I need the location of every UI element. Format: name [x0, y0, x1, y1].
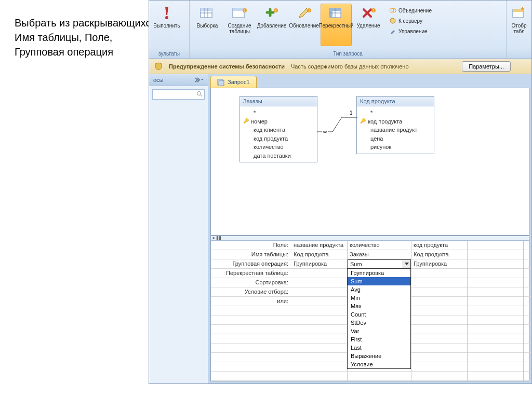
wrench-icon — [389, 28, 396, 35]
svg-text:!: ! — [309, 9, 310, 12]
svg-text:!: ! — [275, 9, 276, 12]
grid-column-5[interactable] — [524, 241, 532, 381]
aggregate-dropdown[interactable]: ГруппировкаSumAvgMinMaxCountStDevVarFirs… — [347, 268, 411, 369]
security-warning-bar: Предупреждение системы безопасности Част… — [149, 59, 531, 74]
svg-rect-25 — [513, 9, 523, 12]
grid-column-2[interactable]: количество Заказы Sum ГруппировкаSumAvgM… — [348, 241, 411, 381]
crosstab-icon — [328, 5, 344, 22]
nav-header[interactable]: осы — [149, 74, 208, 86]
join-cardinality-one: 1 — [349, 110, 354, 116]
dropdown-option[interactable]: Last — [348, 344, 410, 352]
svg-text:!: ! — [244, 9, 245, 12]
svg-rect-29 — [219, 80, 224, 86]
key-icon: 🔑 — [243, 118, 249, 125]
svg-text:!: ! — [373, 9, 374, 12]
table-header[interactable]: Заказы — [240, 97, 317, 106]
nav-collapse-icon[interactable] — [194, 77, 204, 83]
tab-bar: Запрос1 — [208, 74, 531, 88]
svg-point-23 — [390, 18, 395, 23]
append-query-button[interactable]: ! Добавление — [256, 4, 287, 46]
svg-rect-2 — [201, 8, 212, 11]
table-excl-icon: ! — [231, 5, 248, 22]
svg-point-0 — [165, 16, 168, 19]
select-query-button[interactable]: Выборка — [192, 4, 223, 46]
dropdown-option[interactable]: Count — [348, 310, 410, 319]
dropdown-option[interactable]: Условие — [348, 360, 410, 368]
ribbon-small-group: Объединение К серверу Управление — [385, 4, 436, 38]
passthrough-button[interactable]: К серверу — [388, 16, 433, 25]
datadef-button[interactable]: Управление — [388, 26, 433, 36]
grid-column-4[interactable] — [468, 241, 524, 381]
grid-row-labels: Поле: Имя таблицы: Групповая операция: П… — [211, 241, 291, 381]
ribbon-group-results: Выполнить зультаты — [149, 1, 190, 58]
dropdown-option[interactable]: Группировка — [348, 269, 410, 277]
table-zakazy[interactable]: Заказы * 🔑номер код клиента код продукта… — [240, 96, 317, 162]
dropdown-option[interactable]: First — [348, 335, 410, 344]
qbe-grid[interactable]: Поле: Имя таблицы: Групповая операция: П… — [211, 241, 529, 381]
svg-line-27 — [201, 95, 202, 97]
dropdown-option[interactable]: Var — [348, 327, 410, 335]
search-icon[interactable] — [196, 91, 203, 97]
delete-query-button[interactable]: ! Удаление — [353, 4, 384, 46]
query-icon — [217, 78, 224, 86]
pencil-excl-icon: ! — [296, 5, 312, 22]
svg-point-26 — [197, 92, 201, 95]
union-button[interactable]: Объединение — [388, 6, 433, 15]
dropdown-option[interactable]: Avg — [348, 285, 410, 294]
dropdown-option[interactable]: StDev — [348, 319, 410, 327]
showtable-icon — [511, 5, 527, 22]
execute-button[interactable]: Выполнить — [151, 4, 182, 46]
dropdown-arrow-icon[interactable] — [403, 260, 410, 268]
splitter-bar[interactable]: ◂ ▮▮ — [211, 236, 529, 241]
query-designer: Заказы * 🔑номер код клиента код продукта… — [210, 88, 529, 381]
dropdown-option[interactable]: Sum — [348, 277, 410, 285]
delete-excl-icon: ! — [360, 5, 377, 22]
exclamation-icon — [158, 5, 175, 22]
dropdown-option[interactable]: Min — [348, 294, 410, 302]
table-kodprodukta[interactable]: Код продукта * 🔑код продукта название пр… — [356, 96, 434, 154]
nav-record-icon[interactable]: ◂ ▮▮ — [212, 235, 221, 240]
ribbon: Выполнить зультаты Выборка ! Создание та… — [149, 1, 531, 59]
grid-column-3[interactable]: код продукта Код продукта Группировка — [411, 241, 468, 381]
table-header[interactable]: Код продукта — [357, 97, 434, 106]
navigation-pane[interactable]: осы — [149, 74, 208, 383]
join-cardinality-many: ∞ — [322, 129, 328, 134]
table-icon — [199, 5, 216, 22]
tab-label: Запрос1 — [228, 79, 250, 85]
grid-column-1[interactable]: название продукта Код продукта Группиров… — [291, 241, 348, 381]
dropdown-option[interactable]: Max — [348, 302, 410, 310]
svg-rect-7 — [233, 8, 244, 11]
security-message: Часть содержимого базы данных отключено — [291, 63, 409, 70]
maketable-query-button[interactable]: ! Создание таблицы — [224, 4, 255, 46]
content-area: Запрос1 Заказы * 🔑номер код клиента код … — [208, 74, 531, 383]
app-window: Выполнить зультаты Выборка ! Создание та… — [149, 0, 532, 384]
shield-icon — [154, 62, 163, 71]
update-query-button[interactable]: ! Обновление — [288, 4, 320, 46]
nav-search — [152, 89, 205, 100]
globe-icon — [389, 17, 396, 24]
main-area: осы Запрос1 — [149, 74, 531, 383]
union-icon — [389, 7, 396, 14]
parameters-button[interactable]: Параметры... — [462, 61, 511, 72]
security-warning-label: Предупреждение системы безопасности — [169, 63, 285, 70]
key-icon: 🔑 — [360, 118, 366, 125]
plus-excl-icon: ! — [263, 5, 280, 22]
show-table-button[interactable]: Отобр табл — [509, 4, 529, 46]
dropdown-option[interactable]: Выражение — [348, 352, 410, 360]
ribbon-group-querytype: Выборка ! Создание таблицы ! Добавление — [190, 1, 507, 58]
tables-pane[interactable]: Заказы * 🔑номер код клиента код продукта… — [211, 88, 529, 236]
crosstab-query-button[interactable]: Перекрестный — [321, 4, 352, 46]
total-cell-active[interactable]: Sum — [348, 259, 411, 269]
ribbon-group-setup: Отобр табл — [507, 1, 531, 58]
query-tab[interactable]: Запрос1 — [210, 76, 257, 88]
